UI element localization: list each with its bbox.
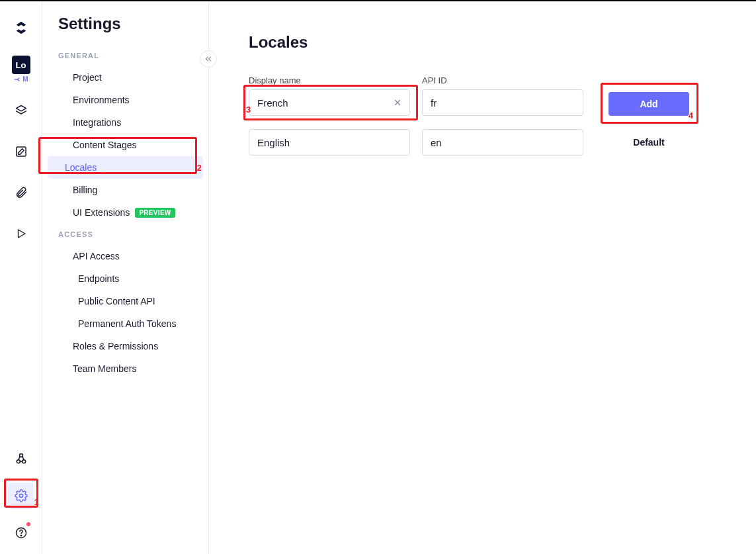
nav-billing[interactable]: Billing [50, 179, 200, 201]
nav-roles-permissions[interactable]: Roles & Permissions [50, 335, 200, 357]
project-badge[interactable]: Lo M [12, 56, 30, 83]
help-icon[interactable] [8, 520, 34, 546]
nav-locales[interactable]: Locales 2 [48, 156, 203, 179]
notification-dot-icon [26, 522, 30, 526]
play-icon[interactable] [8, 220, 34, 247]
icon-rail: Lo M [0, 1, 42, 554]
svg-point-5 [19, 494, 22, 498]
nav-integrations[interactable]: Integrations [50, 111, 200, 134]
edit-icon[interactable] [8, 138, 34, 165]
display-name-field: Display name 3 [249, 75, 410, 116]
nav-general: Project Environments Integrations Conten… [42, 66, 208, 224]
settings-title: Settings [42, 15, 208, 45]
project-badge-label: Lo [16, 60, 26, 70]
page-heading: Locales [249, 33, 716, 52]
nav-environments[interactable]: Environments [50, 89, 200, 111]
display-name-label: Display name [249, 75, 410, 85]
locale-row: Default [249, 129, 716, 156]
api-id-input[interactable] [422, 89, 583, 116]
svg-point-7 [21, 535, 21, 536]
api-id-field: API ID [422, 75, 583, 116]
new-locale-row: Display name 3 API ID Add 4 [249, 75, 716, 116]
annotation-number-3: 3 [246, 105, 251, 115]
locale-display-name [249, 129, 410, 156]
settings-icon[interactable] [8, 483, 34, 509]
api-id-label: API ID [422, 75, 583, 85]
settings-sidebar: Settings GENERAL Project Environments In… [42, 1, 209, 554]
schema-icon[interactable] [8, 97, 34, 124]
section-access-label: ACCESS [42, 224, 208, 245]
add-button[interactable]: Add [609, 92, 689, 116]
nav-endpoints[interactable]: Endpoints [50, 267, 200, 290]
branch-tag: M [13, 75, 28, 83]
add-action: Add 4 [609, 92, 689, 116]
locale-display-name-input[interactable] [249, 129, 410, 156]
section-general-label: GENERAL [42, 45, 208, 66]
annotation-number-4: 4 [689, 111, 693, 120]
locale-api-id-input[interactable] [422, 129, 583, 156]
nav-team-members[interactable]: Team Members [50, 357, 200, 380]
svg-point-3 [22, 460, 25, 463]
preview-badge: PREVIEW [135, 208, 175, 218]
clear-input-icon[interactable] [392, 97, 403, 109]
nav-access: API Access Endpoints Public Content API … [42, 245, 208, 380]
main-content: Locales Display name 3 API ID Add 4 [209, 1, 756, 554]
attachment-icon[interactable] [8, 179, 34, 206]
svg-rect-0 [16, 147, 25, 156]
webhooks-icon[interactable] [8, 445, 34, 472]
default-label: Default [609, 137, 689, 148]
nav-ui-extensions[interactable]: UI Extensions PREVIEW [50, 201, 200, 224]
svg-point-2 [17, 460, 20, 463]
annotation-number-1: 1 [34, 497, 39, 507]
locale-api-id [422, 129, 583, 156]
nav-api-access[interactable]: API Access [50, 245, 200, 267]
annotation-number-2: 2 [197, 163, 202, 173]
nav-public-content-api[interactable]: Public Content API [50, 290, 200, 312]
nav-content-stages[interactable]: Content Stages [50, 134, 200, 156]
nav-project[interactable]: Project [50, 66, 200, 89]
svg-marker-1 [18, 230, 25, 238]
nav-permanent-auth-tokens[interactable]: Permanent Auth Tokens [50, 312, 200, 335]
display-name-input[interactable] [249, 89, 410, 116]
logo-icon[interactable] [8, 15, 34, 41]
